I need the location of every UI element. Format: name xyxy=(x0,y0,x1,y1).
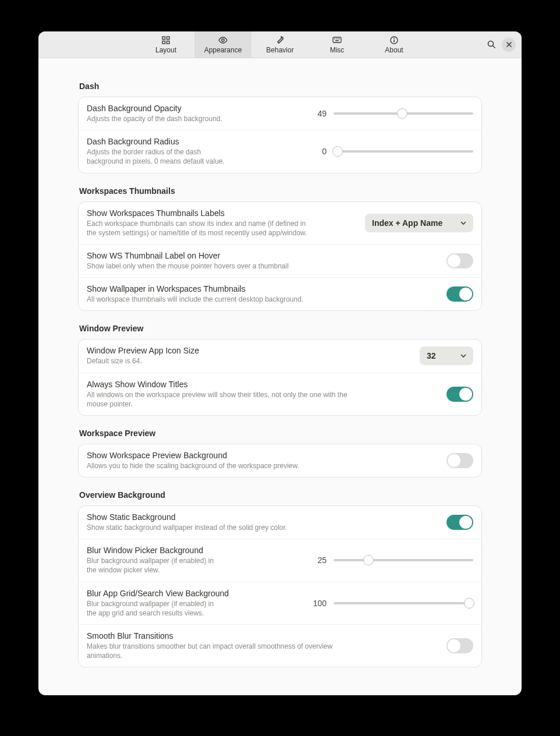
row-ovbg-static: Show Static Background Show static backg… xyxy=(79,506,481,539)
row-wst-wallpaper: Show Wallpaper in Workspaces Thumbnails … xyxy=(79,277,481,310)
row-title: Smooth Blur Transitions xyxy=(87,631,437,641)
row-title: Dash Background Opacity xyxy=(87,104,301,113)
winprev-titles-switch[interactable] xyxy=(446,387,473,402)
close-button[interactable] xyxy=(502,38,516,52)
row-ovbg-blurgrid: Blur App Grid/Search View Background Blu… xyxy=(79,582,481,624)
svg-rect-8 xyxy=(338,38,339,40)
tabs: Layout Appearance Behavior Misc About xyxy=(137,31,423,58)
svg-rect-1 xyxy=(167,37,170,40)
row-desc: Default size is 64. xyxy=(87,356,355,366)
section-title-wsprev: Workspace Preview xyxy=(79,429,482,438)
row-title: Show Wallpaper in Workspaces Thumbnails xyxy=(87,284,437,293)
section-title-ovbg: Overview Background xyxy=(79,490,482,500)
search-button[interactable] xyxy=(484,38,498,52)
row-desc: Show label only when the mouse pointer h… xyxy=(87,261,355,271)
group-ovbg: Show Static Background Show static backg… xyxy=(78,505,482,667)
eye-icon xyxy=(218,36,228,45)
group-winprev: Window Preview App Icon Size Default siz… xyxy=(78,339,482,416)
group-wsprev: Show Workspace Preview Background Allows… xyxy=(78,444,482,477)
content: Dash Dash Background Opacity Adjusts the… xyxy=(38,58,522,695)
close-icon xyxy=(506,41,512,48)
svg-rect-3 xyxy=(167,41,170,44)
row-title: Show WS Thumbnail Label on Hover xyxy=(87,251,437,260)
row-title: Show Static Background xyxy=(87,512,437,522)
row-dash-radius: Dash Background Radius Adjusts the borde… xyxy=(79,130,481,172)
row-winprev-titles: Always Show Window Titles All windows on… xyxy=(79,373,481,415)
svg-rect-7 xyxy=(336,38,337,40)
dropdown-value: 32 xyxy=(427,351,436,360)
svg-rect-6 xyxy=(334,38,335,40)
svg-point-12 xyxy=(394,38,395,39)
ovbg-smooth-switch[interactable] xyxy=(446,638,473,653)
dash-radius-slider[interactable] xyxy=(334,146,473,157)
svg-rect-10 xyxy=(335,40,339,41)
svg-rect-5 xyxy=(333,37,341,43)
row-wst-hover: Show WS Thumbnail Label on Hover Show la… xyxy=(79,244,481,277)
headerbar: Layout Appearance Behavior Misc About xyxy=(38,31,522,58)
chevron-down-icon xyxy=(460,353,466,359)
row-winprev-iconsize: Window Preview App Icon Size Default siz… xyxy=(79,339,481,372)
tab-misc[interactable]: Misc xyxy=(309,31,366,58)
section-title-dash: Dash xyxy=(79,82,482,91)
svg-rect-0 xyxy=(162,37,165,40)
tab-label: Misc xyxy=(330,46,345,54)
row-desc: Allows you to hide the scaling backgroun… xyxy=(87,461,355,470)
svg-rect-13 xyxy=(394,40,395,43)
row-desc: Makes blur transitions smoother but can … xyxy=(87,642,355,660)
slider-value: 25 xyxy=(310,555,327,565)
svg-point-14 xyxy=(488,41,493,47)
chevron-down-icon xyxy=(460,220,466,226)
row-ovbg-blurpicker: Blur Window Picker Background Blur backg… xyxy=(79,539,481,581)
row-title: Show Workspace Preview Background xyxy=(87,451,437,460)
row-desc: All windows on the workspace preview wil… xyxy=(87,390,355,409)
wst-wallpaper-switch[interactable] xyxy=(446,286,473,302)
dropdown-value: Index + App Name xyxy=(372,218,442,228)
row-desc: Adjusts the opacity of the dash backgrou… xyxy=(87,114,301,123)
settings-window: Layout Appearance Behavior Misc About xyxy=(38,31,522,695)
slider-value: 0 xyxy=(310,147,327,156)
group-wst: Show Workspaces Thumbnails Labels Each w… xyxy=(78,201,482,312)
row-ovbg-smooth: Smooth Blur Transitions Makes blur trans… xyxy=(79,624,481,667)
group-dash: Dash Background Opacity Adjusts the opac… xyxy=(78,97,482,174)
row-desc: Show static background wallpaper instead… xyxy=(87,523,355,532)
grid-icon xyxy=(161,36,171,45)
row-desc: Blur background wallpaper (if enabled) i… xyxy=(87,599,221,618)
slider-value: 49 xyxy=(310,109,327,118)
wst-hover-switch[interactable] xyxy=(446,253,473,268)
winprev-iconsize-dropdown[interactable]: 32 xyxy=(420,346,473,365)
row-title: Blur App Grid/Search View Background xyxy=(87,589,301,598)
wrench-icon xyxy=(275,36,285,45)
tab-label: About xyxy=(385,46,403,54)
section-title-winprev: Window Preview xyxy=(79,324,482,333)
tab-label: Behavior xyxy=(266,46,293,54)
dash-opacity-slider[interactable] xyxy=(334,108,473,119)
row-desc: All workspace thumbnails will include th… xyxy=(87,295,355,304)
wsprev-bg-switch[interactable] xyxy=(446,453,473,468)
row-title: Window Preview App Icon Size xyxy=(87,346,410,355)
tab-behavior[interactable]: Behavior xyxy=(251,31,309,58)
row-desc: Blur background wallpaper (if enabled) i… xyxy=(87,556,215,575)
tab-label: Appearance xyxy=(204,46,242,54)
keyboard-icon xyxy=(332,36,342,45)
info-icon xyxy=(389,36,399,45)
section-title-wst: Workspaces Thumbnails xyxy=(79,186,482,196)
svg-rect-2 xyxy=(162,41,165,44)
tab-about[interactable]: About xyxy=(366,31,423,58)
row-desc: Each workspace thumbnails can show its i… xyxy=(87,219,308,238)
row-dash-opacity: Dash Background Opacity Adjusts the opac… xyxy=(79,97,481,130)
row-wsprev-bg: Show Workspace Preview Background Allows… xyxy=(79,444,481,477)
search-icon xyxy=(487,40,496,49)
row-title: Dash Background Radius xyxy=(87,137,301,146)
row-title: Blur Window Picker Background xyxy=(87,546,301,555)
wst-labels-dropdown[interactable]: Index + App Name xyxy=(365,214,473,232)
tab-appearance[interactable]: Appearance xyxy=(194,31,251,58)
headerbar-actions xyxy=(484,31,516,58)
row-title: Show Workspaces Thumbnails Labels xyxy=(87,208,356,218)
tab-layout[interactable]: Layout xyxy=(137,31,194,58)
ovbg-blurpicker-slider[interactable] xyxy=(334,555,473,565)
ovbg-static-switch[interactable] xyxy=(446,515,473,530)
row-wst-labels: Show Workspaces Thumbnails Labels Each w… xyxy=(79,202,481,244)
row-title: Always Show Window Titles xyxy=(87,380,437,389)
slider-value: 100 xyxy=(310,599,327,608)
ovbg-blurgrid-slider[interactable] xyxy=(334,598,473,608)
